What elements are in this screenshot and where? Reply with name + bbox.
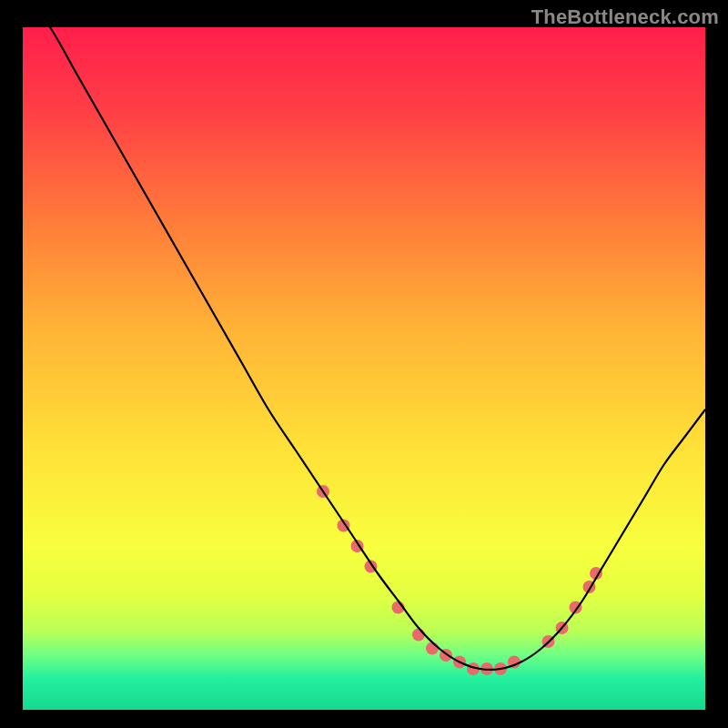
chart-frame: TheBottleneck.com: [0, 0, 728, 728]
watermark: TheBottleneck.com: [531, 5, 719, 29]
bottleneck-chart: [0, 0, 728, 728]
highlight-dot: [412, 629, 425, 642]
plot-background: [23, 27, 705, 710]
highlight-dot: [426, 642, 439, 655]
